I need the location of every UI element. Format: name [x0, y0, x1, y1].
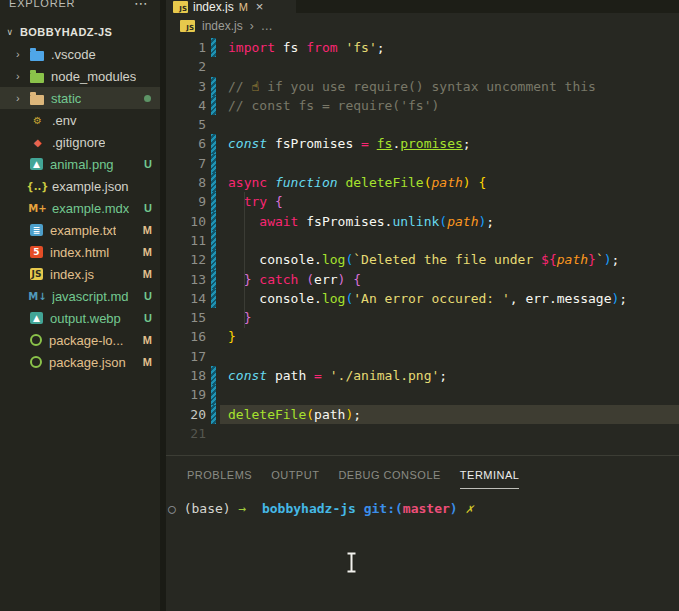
code-line-15[interactable]: 15 }: [166, 308, 679, 327]
line-number: 1: [166, 38, 206, 57]
sidebar-item-example-mdx[interactable]: M+example.mdxU: [0, 197, 160, 219]
code-line-10[interactable]: 10 await fsPromises.unlink(path);: [166, 212, 679, 231]
breadcrumb-more[interactable]: …: [261, 19, 273, 33]
git-status-badge: M: [143, 356, 152, 368]
sidebar-item-example-txt[interactable]: ≣example.txtM: [0, 219, 160, 241]
line-number: 6: [166, 134, 206, 153]
file-label: .vscode: [51, 47, 96, 62]
sidebar-item-env[interactable]: ⚙.env: [0, 109, 160, 131]
code-line-6[interactable]: 6const fsPromises = fs.promises;: [166, 134, 679, 153]
panel-tab-problems[interactable]: PROBLEMS: [187, 469, 252, 489]
code-text: // ☝ if you use require() syntax uncomme…: [220, 77, 679, 96]
panel-tab-debug-console[interactable]: DEBUG CONSOLE: [338, 469, 440, 489]
code-line-14[interactable]: 14 console.log('An error occured: ', err…: [166, 289, 679, 308]
sidebar-item-node-modules[interactable]: ›node_modules: [0, 65, 160, 87]
code-line-16[interactable]: 16}: [166, 327, 679, 346]
code-line-5[interactable]: 5: [166, 115, 679, 134]
line-number: 4: [166, 96, 206, 115]
code-line-4[interactable]: 4// const fs = require('fs'): [166, 96, 679, 115]
file-label: static: [51, 91, 81, 106]
code-line-3[interactable]: 3// ☝ if you use require() syntax uncomm…: [166, 77, 679, 96]
sidebar-item-javascript-md[interactable]: M↓javascript.mdU: [0, 285, 160, 307]
sidebar-item-example-json[interactable]: {..}example.json: [0, 175, 160, 197]
js-file-icon: JS: [180, 20, 195, 32]
git-status-badge: U: [144, 290, 152, 302]
code-line-9[interactable]: 9 try {: [166, 192, 679, 211]
more-actions-icon[interactable]: ⋯: [134, 0, 148, 11]
explorer-title: EXPLORER: [9, 0, 75, 9]
panel-tab-terminal[interactable]: TERMINAL: [460, 469, 520, 489]
panel-tab-output[interactable]: OUTPUT: [271, 469, 319, 489]
close-icon[interactable]: ×: [256, 0, 264, 13]
tab-label: index.js: [193, 0, 234, 13]
code-line-2[interactable]: 2: [166, 57, 679, 76]
code-area[interactable]: 1import fs from 'fs';23// ☝ if you use r…: [166, 38, 679, 443]
git-gutter-marker: [206, 231, 220, 250]
sidebar-item-package-lo[interactable]: package-lo...M: [0, 329, 160, 351]
line-number: 2: [166, 57, 206, 76]
code-line-20[interactable]: 20deleteFile(path);: [166, 405, 679, 424]
code-text: [220, 424, 679, 443]
sidebar-item-index-js[interactable]: JSindex.jsM: [0, 263, 160, 285]
line-number: 3: [166, 77, 206, 96]
file-type-icon: 5: [30, 246, 43, 258]
line-number: 20: [166, 405, 206, 424]
folder-icon: [30, 73, 44, 83]
file-type-icon: {..}: [30, 180, 45, 193]
code-line-18[interactable]: 18const path = './animal.png';: [166, 366, 679, 385]
code-text: const path = './animal.png';: [220, 366, 679, 385]
git-gutter-marker: [206, 154, 220, 173]
git-gutter-marker: [206, 77, 220, 96]
git-gutter-marker: [206, 424, 220, 443]
terminal-prompt[interactable]: ○ (base) → bobbyhadz-js git:(master) ✗: [168, 500, 679, 518]
code-line-21[interactable]: 21: [166, 424, 679, 443]
line-number: 18: [166, 366, 206, 385]
editor-group: JS index.js M × JS index.js › … 1import …: [166, 0, 679, 611]
code-line-11[interactable]: 11: [166, 231, 679, 250]
git-gutter-marker: [206, 134, 220, 153]
sidebar-item-output-webp[interactable]: ▲output.webpU: [0, 307, 160, 329]
sidebar-item-index-html[interactable]: 5index.htmlM: [0, 241, 160, 263]
code-text: deleteFile(path);: [220, 405, 679, 424]
file-label: javascript.md: [52, 289, 129, 304]
code-text: [220, 154, 679, 173]
git-decoration-dot: [144, 95, 151, 102]
sidebar-item-package-json[interactable]: package.jsonM: [0, 351, 160, 373]
code-text: }: [220, 308, 679, 327]
git-gutter-marker: [206, 250, 220, 269]
line-number: 11: [166, 231, 206, 250]
file-label: index.html: [50, 245, 109, 260]
sidebar-item-gitignore[interactable]: ◆.gitignore: [0, 131, 160, 153]
line-number: 10: [166, 212, 206, 231]
code-text: }: [220, 327, 679, 346]
code-line-8[interactable]: 8async function deleteFile(path) {: [166, 173, 679, 192]
chevron-down-icon: ∨: [4, 27, 16, 37]
workspace-section-header[interactable]: ∨ BOBBYHADZ-JS: [0, 21, 160, 43]
chevron-right-icon: ›: [16, 70, 30, 82]
code-line-7[interactable]: 7: [166, 154, 679, 173]
workspace-name: BOBBYHADZ-JS: [20, 26, 112, 38]
sidebar-item-static[interactable]: ›static: [0, 87, 160, 109]
chevron-right-icon: ›: [16, 48, 30, 60]
file-label: example.mdx: [52, 201, 129, 216]
git-gutter-marker: [206, 38, 220, 57]
code-line-12[interactable]: 12 console.log(`Deleted the file under $…: [166, 250, 679, 269]
tab-index-js[interactable]: JS index.js M ×: [166, 0, 296, 13]
code-line-13[interactable]: 13 } catch (err) {: [166, 270, 679, 289]
git-status-badge: M: [143, 246, 152, 258]
file-label: node_modules: [51, 69, 136, 84]
sidebar-item-vscode[interactable]: ›.vscode: [0, 43, 160, 65]
file-label: package-lo...: [49, 333, 123, 348]
code-line-17[interactable]: 17: [166, 347, 679, 366]
file-label: index.js: [50, 267, 94, 282]
sidebar-item-animal-png[interactable]: ▲animal.pngU: [0, 153, 160, 175]
git-status-badge: U: [144, 202, 152, 214]
line-number: 12: [166, 250, 206, 269]
folder-icon: [30, 51, 44, 61]
line-number: 7: [166, 154, 206, 173]
file-type-icon: [30, 334, 42, 346]
code-line-19[interactable]: 19: [166, 385, 679, 404]
code-line-1[interactable]: 1import fs from 'fs';: [166, 38, 679, 57]
line-number: 19: [166, 385, 206, 404]
breadcrumb-file[interactable]: index.js: [202, 19, 243, 33]
